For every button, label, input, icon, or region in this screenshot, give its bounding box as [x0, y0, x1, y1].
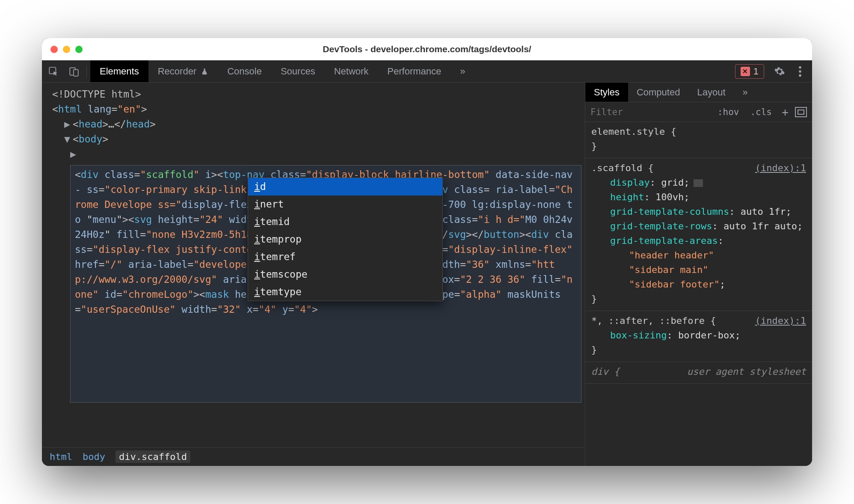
inspect-element-button[interactable] — [44, 62, 62, 80]
error-count-value: 1 — [753, 66, 759, 77]
rule-selector[interactable]: *, ::after, ::before { — [591, 314, 716, 328]
dom-breadcrumbs: html body div.scaffold — [42, 447, 585, 466]
tab-recorder[interactable]: Recorder — [148, 60, 218, 82]
styles-filter-input[interactable] — [590, 107, 710, 117]
tab-performance[interactable]: Performance — [378, 60, 451, 82]
element-style-selector[interactable]: element.style { — [591, 125, 806, 139]
grid-badge-icon[interactable] — [694, 179, 703, 187]
devtools-toolbar: Elements Recorder Console Sources Networ… — [42, 60, 812, 83]
box-model-icon[interactable] — [795, 107, 807, 117]
chevron-double-right-icon: » — [460, 66, 465, 77]
zoom-window-button[interactable] — [75, 46, 83, 53]
autocomplete-item[interactable]: itemscope — [248, 266, 442, 283]
devtools-window: DevTools - developer.chrome.com/tags/dev… — [42, 38, 812, 466]
lang-value: "en" — [117, 104, 141, 115]
rule-source-link[interactable]: (index):1 — [755, 161, 806, 175]
autocomplete-item[interactable]: itemid — [248, 213, 442, 231]
tab-sources[interactable]: Sources — [271, 60, 325, 82]
autocomplete-item[interactable]: itemprop — [248, 231, 442, 248]
css-property[interactable]: grid-template-columns — [610, 206, 729, 217]
lang-attr: lang — [88, 104, 111, 115]
styles-rules-list: element.style {}.scaffold {(index):1disp… — [585, 122, 812, 466]
dom-tree[interactable]: <!DOCTYPE html> <html lang="en"> ▶<head>… — [42, 83, 585, 447]
tab-network-label: Network — [334, 66, 369, 77]
collapse-triangle-icon[interactable]: ▼ — [64, 132, 70, 147]
head-tag: head — [79, 119, 102, 130]
body-tag: body — [79, 133, 102, 145]
flask-icon — [201, 68, 208, 75]
css-property[interactable]: grid-template-rows — [610, 221, 712, 231]
styles-tabs-overflow[interactable]: » — [734, 83, 756, 102]
crumb-html[interactable]: html — [50, 451, 72, 462]
selected-dom-node[interactable]: <div class="scaffold" i><top-nav class="… — [70, 165, 581, 403]
doctype-node: <!DOCTYPE html> — [52, 89, 141, 100]
expand-triangle-icon[interactable]: ▶ — [64, 117, 70, 132]
error-x-icon: ✕ — [741, 67, 750, 76]
ua-stylesheet-label: user agent stylesheet — [687, 365, 806, 379]
tab-console[interactable]: Console — [218, 60, 271, 82]
autocomplete-item[interactable]: id — [248, 178, 442, 196]
styles-panel: Styles Computed Layout » :hov .cls + ele… — [585, 83, 812, 466]
svg-rect-2 — [74, 69, 78, 76]
window-titlebar: DevTools - developer.chrome.com/tags/dev… — [42, 38, 812, 60]
attribute-autocomplete-popup: idinertitemiditempropitemrefitemscopeite… — [248, 178, 443, 301]
svg-point-4 — [799, 70, 801, 73]
styles-filter-bar: :hov .cls + — [585, 102, 812, 122]
tabs-overflow-button[interactable]: » — [451, 60, 474, 82]
toolbar-separator — [86, 65, 87, 77]
svg-point-3 — [799, 66, 801, 68]
css-property[interactable]: display — [610, 177, 650, 188]
gear-icon — [774, 66, 785, 77]
error-count-button[interactable]: ✕ 1 — [735, 64, 764, 79]
crumb-div-scaffold[interactable]: div.scaffold — [116, 451, 190, 463]
rule-source-link[interactable]: (index):1 — [755, 314, 806, 328]
tab-elements-label: Elements — [100, 66, 139, 77]
settings-button[interactable] — [771, 63, 788, 80]
tab-sources-label: Sources — [281, 66, 315, 77]
autocomplete-item[interactable]: inert — [248, 196, 442, 213]
chevron-double-right-icon: » — [743, 87, 748, 98]
autocomplete-item[interactable]: itemtype — [248, 283, 442, 301]
ua-rule-selector: div { — [591, 365, 620, 379]
svg-point-5 — [799, 74, 801, 77]
minimize-window-button[interactable] — [63, 46, 70, 53]
kebab-icon — [798, 66, 802, 77]
tab-recorder-label: Recorder — [158, 66, 196, 77]
device-toolbar-button[interactable] — [65, 62, 83, 80]
tab-elements[interactable]: Elements — [90, 60, 148, 82]
new-style-rule-button[interactable]: + — [780, 107, 791, 118]
cls-toggle[interactable]: .cls — [747, 106, 775, 118]
html-tag: html — [58, 104, 82, 115]
more-options-button[interactable] — [792, 63, 809, 80]
crumb-body[interactable]: body — [83, 451, 105, 462]
styles-tabbar: Styles Computed Layout » — [585, 83, 812, 102]
computed-tab[interactable]: Computed — [628, 83, 689, 102]
hov-toggle[interactable]: :hov — [714, 106, 743, 118]
layout-tab[interactable]: Layout — [688, 83, 734, 102]
css-property[interactable]: height — [610, 192, 644, 202]
elements-panel: <!DOCTYPE html> <html lang="en"> ▶<head>… — [42, 83, 585, 466]
window-title: DevTools - developer.chrome.com/tags/dev… — [42, 44, 812, 54]
expand-triangle-icon[interactable]: ▶ — [70, 147, 76, 162]
autocomplete-item[interactable]: itemref — [248, 248, 442, 266]
tab-console-label: Console — [227, 66, 262, 77]
styles-tab[interactable]: Styles — [585, 83, 628, 102]
close-window-button[interactable] — [50, 46, 58, 53]
tab-performance-label: Performance — [387, 66, 441, 77]
css-property[interactable]: box-sizing — [610, 330, 667, 341]
rule-selector[interactable]: .scaffold { — [591, 161, 654, 175]
tab-network[interactable]: Network — [325, 60, 378, 82]
